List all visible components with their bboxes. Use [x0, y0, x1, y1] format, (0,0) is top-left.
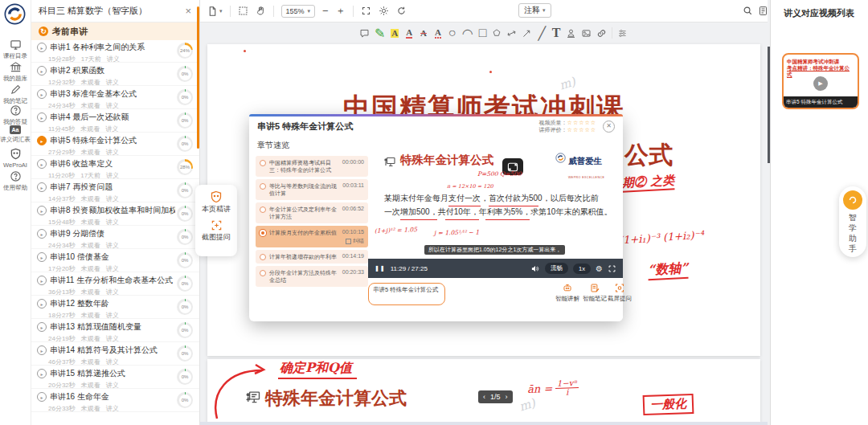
list-item-lecture-4[interactable]: ▸串讲4 最后一次还款额11分45秒未观看讲义0% [31, 109, 199, 133]
chapter-item-4-active[interactable]: 计算按月支付的年金累积值00:10:15纠错 [256, 226, 368, 247]
note-input-box[interactable]: 串讲5 特殊年金计算公式 [368, 283, 445, 305]
comment-icon[interactable] [359, 27, 370, 39]
chapter-item-5[interactable]: 计算年初递增存款的年利率00:14:19 [256, 250, 368, 264]
list-item-lecture-10[interactable]: ▸串讲10 偿债基金17分20秒未观看讲义0% [31, 249, 199, 272]
double-arrow-tool-icon[interactable] [506, 27, 517, 39]
help-icon [0, 170, 31, 182]
chapter-item-6[interactable]: 分段年金计算方法及特殊年金总结00:20:33 [256, 266, 368, 287]
text-tool-icon[interactable]: T [551, 27, 561, 39]
refresh-icon[interactable]: ↻ [39, 27, 48, 36]
underline-text-icon[interactable]: A [404, 27, 414, 39]
link-tool-icon[interactable] [596, 27, 607, 39]
zoom-out-button[interactable]: − [322, 5, 329, 17]
marquee-select-icon[interactable] [238, 6, 248, 16]
playlist-scrollbar[interactable] [197, 6, 199, 149]
list-item-lecture-5-active[interactable]: ▸串讲5 特殊年金计算公式27分29秒未观看讲义0% [31, 133, 199, 156]
sidebar-item-help[interactable]: 使用帮助 [0, 170, 31, 191]
search-icon[interactable] [743, 6, 753, 16]
rotate-icon[interactable] [396, 6, 407, 16]
document-tab[interactable]: 科目三 精算数学（智字版） × [31, 0, 199, 22]
handout-link[interactable]: 讲义 [106, 404, 119, 413]
tab-close-icon[interactable]: × [185, 5, 191, 17]
list-item-lecture-16[interactable]: ▸串讲16 生命年金26分33秒未观看讲义0% [31, 389, 199, 412]
annotation-settings-icon[interactable] [617, 27, 628, 39]
line-tool-icon[interactable]: ╱ [537, 27, 547, 39]
report-error-button[interactable]: 纠错 [346, 237, 364, 245]
prev-page-icon[interactable]: ‹ [483, 393, 485, 401]
list-item-lecture-3[interactable]: ▸串讲3 标准年金基本公式24分34秒未观看讲义0% [31, 86, 199, 109]
page-explain-button[interactable]: 本页精讲 [202, 204, 231, 215]
player-settings-icon[interactable]: ⚙ [596, 264, 603, 273]
list-item-lecture-12[interactable]: ▸串讲12 整数年龄18分27秒未观看讲义0% [31, 296, 199, 319]
sidebar-item-my-qa[interactable]: 我的答疑 [0, 104, 31, 125]
zoom-in-button[interactable]: ＋ [336, 4, 346, 18]
list-item-lecture-2[interactable]: ▸串讲2 积累函数12分32秒未观看讲义0% [31, 63, 199, 86]
close-icon[interactable]: ✕ [603, 121, 615, 133]
next-page-icon[interactable]: › [506, 393, 508, 401]
list-item-lecture-15[interactable]: ▸串讲15 精算递推公式20分32秒未观看讲义0% [31, 366, 199, 389]
arrow-tool-icon[interactable] [522, 27, 532, 39]
list-item-lecture-7[interactable]: ▸串讲7 再投资问题14分37秒未观看讲义0% [31, 179, 199, 202]
annotate-dropdown-button[interactable]: 注释▾ [518, 3, 551, 18]
play-icon[interactable]: ▶ [813, 76, 828, 91]
main-scrollbar[interactable] [768, 47, 770, 163]
chapter-item-1[interactable]: 中国精算师资格考试科目三：特殊年金的计算公式00:00:00 [256, 156, 368, 177]
outline-panel-icon[interactable] [758, 6, 768, 16]
sidebar-item-course-catalog[interactable]: 课程目录 [0, 39, 31, 59]
app-logo-icon[interactable] [4, 3, 26, 25]
screenshot-ask-button[interactable]: 截图提问 [202, 232, 231, 243]
list-item-lecture-14[interactable]: ▸串讲14 精算符号及其计算公式46分37秒未观看讲义0% [31, 342, 199, 366]
speed-button[interactable]: 1x [573, 264, 591, 274]
chapter-item-2[interactable]: 等比与等差数列现金流的现值计算00:03:11 [256, 179, 368, 200]
sidebar-item-weproai[interactable]: WeProAI [0, 148, 31, 169]
fullscreen-icon[interactable] [608, 264, 616, 273]
list-item-lecture-1[interactable]: ▸串讲1 各种利率之间的关系15分28秒17天前讲义24% [31, 39, 199, 63]
video-viewport[interactable]: 特殊年金计算公式 威普爱生WEPRO EXCELLENCE 某期末付年金每月支付… [368, 137, 623, 259]
play-circle-icon: ▸ [37, 112, 47, 122]
ellipse-tool-icon[interactable]: ○ [448, 27, 457, 39]
chapter-item-3[interactable]: 年金计算公式及定利率年金计算方法00:06:52 [256, 202, 368, 223]
pause-button[interactable]: ❚❚ [375, 265, 386, 272]
play-circle-icon: ▸ [37, 159, 47, 169]
zoom-level-dropdown[interactable]: 155%▾ [281, 5, 316, 18]
brightness-icon[interactable] [379, 6, 389, 16]
highlight-text-icon[interactable]: A [390, 27, 399, 39]
star-rating-quality[interactable]: ☆☆☆☆☆ [567, 120, 596, 125]
volume-icon[interactable] [530, 264, 540, 273]
screenshot-ask-button[interactable]: 截屏提问 [605, 283, 634, 303]
page-thumbnail-icon[interactable]: ▾ [207, 6, 223, 17]
assistant-button[interactable]: 智学助手 [839, 186, 866, 257]
smart-explain-button[interactable]: 智能讲解 [553, 283, 582, 303]
page-navigator[interactable]: ‹ 1/5 › [478, 390, 513, 403]
slide-text-line-1: 某期末付年金每月支付一次，首次付款为500，以后每次比前 [384, 191, 614, 205]
sidebar-item-glossary[interactable]: Aa 讲义词汇表 [0, 125, 31, 143]
shield-icon[interactable] [210, 190, 223, 203]
hand-tool-icon[interactable] [256, 6, 266, 16]
list-item-lecture-11[interactable]: ▸串讲11 生存分析和生命表基本公式36分13秒未观看讲义0% [31, 272, 199, 296]
handwriting-formula-1: (1+j)¹² = 1.05 [375, 226, 417, 235]
list-item-lecture-8[interactable]: ▸串讲8 投资额加权收益率和时间加权收益率15分48秒未观看讲义0% [31, 202, 199, 226]
arc-tool-icon[interactable]: ◠ [462, 27, 473, 39]
panel-title: 讲义对应视频列表 [771, 0, 868, 19]
rectangle-tool-icon[interactable]: □ [478, 27, 488, 39]
fit-page-icon[interactable] [361, 6, 371, 16]
pen-icon[interactable]: ✎ [375, 27, 385, 39]
progress-ring: 28% [177, 159, 193, 175]
quality-button[interactable]: 流畅 [545, 263, 568, 274]
list-item-lecture-6[interactable]: ▸串讲6 收益率定义11分20秒17天前讲义28% [31, 156, 199, 179]
star-rating-teacher[interactable]: ☆☆☆☆☆ [567, 127, 596, 133]
bank-icon [0, 61, 31, 73]
stamp-signature-icon[interactable] [566, 27, 576, 39]
underline-annotation [448, 206, 481, 206]
polygon-tool-icon[interactable] [492, 27, 502, 39]
sidebar-item-my-notes[interactable]: 我的笔记 [0, 84, 31, 104]
screenshot-frame-icon[interactable] [211, 219, 223, 231]
list-item-lecture-9[interactable]: ▸串讲9 分期偿债24分34秒未观看讲义0% [31, 226, 199, 249]
video-card[interactable]: 中国精算师考试冲刺课 考点精讲：特殊年金计算公式 ▶ 串讲5 特殊年金计算公式 [782, 53, 859, 109]
presenter-icon [244, 390, 262, 406]
list-item-lecture-13[interactable]: ▸串讲13 精算现值随机变量24分19秒未观看讲义0% [31, 319, 199, 342]
image-tool-icon[interactable] [581, 27, 592, 39]
squiggly-text-icon[interactable]: A [433, 27, 443, 39]
strikethrough-text-icon[interactable]: A [419, 27, 428, 39]
sidebar-item-question-bank[interactable]: 我的题库 [0, 61, 31, 82]
